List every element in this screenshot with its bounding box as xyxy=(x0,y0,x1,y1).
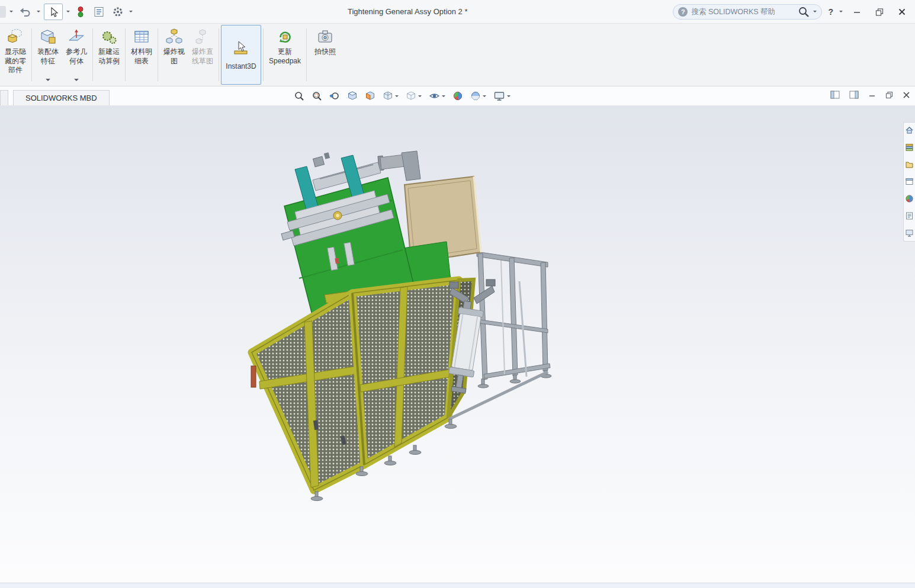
folder-icon xyxy=(905,160,914,169)
restore-button[interactable] xyxy=(871,4,888,20)
zoom-to-fit-button[interactable] xyxy=(294,91,304,101)
undo-icon xyxy=(18,5,31,18)
view-orientation-button[interactable] xyxy=(347,91,358,101)
document-window-controls xyxy=(830,86,910,105)
bill-of-materials-icon xyxy=(133,28,150,46)
ribbon-button-instant3d[interactable]: Instant3D xyxy=(221,25,261,85)
home-tab[interactable] xyxy=(905,125,914,134)
undo-button[interactable] xyxy=(17,4,33,20)
zoom-to-area-button[interactable] xyxy=(312,91,322,101)
caret-down-icon[interactable] xyxy=(839,11,843,12)
view-palette-tab[interactable] xyxy=(905,176,914,186)
appearances-sphere-icon xyxy=(905,194,914,203)
display-style-icon xyxy=(383,91,393,101)
clipped-tab[interactable] xyxy=(0,90,8,105)
macro-record-button[interactable] xyxy=(73,4,88,20)
cad-model-assembly[interactable] xyxy=(225,142,569,521)
show-hidden-components-icon xyxy=(7,28,24,46)
collapse-right-pane-button[interactable] xyxy=(849,91,859,101)
ribbon-separator xyxy=(263,28,264,81)
clipped-toolbar-icon[interactable] xyxy=(0,6,6,18)
ribbon-button-exploded-view[interactable]: 爆炸视 图 xyxy=(160,25,188,85)
hide-show-items-button[interactable] xyxy=(406,91,422,101)
forum-monitor-icon xyxy=(905,229,914,237)
ribbon-button-label: 参考几 何体 xyxy=(66,47,87,66)
quick-access-toolbar xyxy=(0,4,142,20)
command-manager-tab-row: SOLIDWORKS MBD xyxy=(0,86,915,105)
zoom-to-fit-icon xyxy=(294,91,304,101)
notes-list-icon xyxy=(93,6,105,18)
status-bar xyxy=(0,583,915,588)
caret-down-icon[interactable] xyxy=(46,79,50,81)
caret-down-icon[interactable] xyxy=(74,79,79,81)
file-explorer-tab[interactable] xyxy=(905,159,914,169)
edit-appearance-button[interactable] xyxy=(452,91,463,101)
design-library-tab[interactable] xyxy=(905,142,914,152)
forum-tab[interactable] xyxy=(905,228,914,237)
search-icon[interactable] xyxy=(798,6,810,18)
tab-solidworks-mbd[interactable]: SOLIDWORKS MBD xyxy=(13,90,110,105)
ribbon-separator xyxy=(125,28,126,81)
section-view-button[interactable] xyxy=(365,91,375,101)
caret-down-icon[interactable] xyxy=(129,11,133,12)
task-pane-tabs xyxy=(903,122,915,242)
solidworks-window: Tightening General Assy Option 2 * ? ? xyxy=(0,0,915,588)
previous-view-button[interactable] xyxy=(329,91,340,101)
caret-down-icon[interactable] xyxy=(418,95,422,97)
ribbon-button-show-hidden-components[interactable]: 显示隐 藏的零 部件 xyxy=(1,25,30,85)
minimize-button[interactable] xyxy=(849,4,865,20)
view-palette-icon xyxy=(905,177,914,186)
ribbon-button-label: 新建运 动算例 xyxy=(98,47,120,66)
custom-properties-tab[interactable] xyxy=(905,211,914,220)
doc-minimize-button[interactable] xyxy=(868,91,876,101)
view-settings-button[interactable] xyxy=(493,91,511,101)
support-frame[interactable] xyxy=(477,252,550,380)
search-scope-caret-icon[interactable] xyxy=(813,11,817,12)
ribbon-button-new-motion-study[interactable]: 新建运 动算例 xyxy=(95,25,123,85)
caret-down-icon[interactable] xyxy=(66,11,70,12)
collapse-left-pane-button[interactable] xyxy=(830,91,840,101)
caret-down-icon[interactable] xyxy=(483,95,486,97)
settings-button[interactable] xyxy=(110,4,126,20)
appearance-ball-icon xyxy=(452,91,463,101)
ribbon-button-label: 爆炸视 图 xyxy=(163,47,185,66)
ribbon-button-update-speedpak[interactable]: 更新 Speedpak xyxy=(265,25,304,85)
caret-down-icon[interactable] xyxy=(507,95,511,97)
apply-scene-button[interactable] xyxy=(470,91,486,101)
caret-down-icon[interactable] xyxy=(9,11,13,12)
ribbon-button-take-snapshot[interactable]: 拍快照 xyxy=(309,25,342,85)
cable-duct[interactable] xyxy=(378,151,420,181)
ribbon-button-reference-geometry[interactable]: 参考几 何体 xyxy=(62,25,91,85)
ribbon-button-bill-of-materials[interactable]: 材料明 细表 xyxy=(127,25,156,85)
appearances-scenes-tab[interactable] xyxy=(905,194,914,203)
doc-close-button[interactable] xyxy=(903,91,910,101)
caret-down-icon[interactable] xyxy=(37,11,40,12)
doc-restore-button[interactable] xyxy=(885,91,893,101)
ribbon-button-assembly-features[interactable]: 装配体 特征 xyxy=(34,25,62,85)
caret-down-icon[interactable] xyxy=(442,95,445,97)
exploded-view-icon xyxy=(165,28,183,46)
previous-view-icon xyxy=(329,91,340,101)
graphics-area[interactable] xyxy=(0,105,915,583)
search-box[interactable]: ? xyxy=(673,4,822,20)
ribbon-button-label: 更新 Speedpak xyxy=(269,47,301,66)
close-icon xyxy=(903,91,910,99)
transparent-cube-icon xyxy=(406,91,416,101)
cage-left-wing[interactable] xyxy=(251,293,364,490)
visibility-button[interactable] xyxy=(429,91,445,101)
help-menu-button[interactable]: ? xyxy=(828,7,833,17)
select-tool-button[interactable] xyxy=(44,4,63,20)
pane-right-icon xyxy=(849,91,859,99)
caret-down-icon[interactable] xyxy=(395,95,399,97)
instant3d-icon xyxy=(232,40,250,57)
window-title: Tightening General Assy Option 2 * xyxy=(142,7,673,16)
scene-ball-icon xyxy=(470,91,481,101)
display-style-button[interactable] xyxy=(383,91,399,101)
search-input[interactable] xyxy=(691,8,794,16)
notes-list-button[interactable] xyxy=(91,4,107,20)
ribbon-separator xyxy=(92,28,93,81)
select-cursor-icon xyxy=(47,6,59,18)
gear-icon xyxy=(112,6,124,18)
close-button[interactable] xyxy=(894,4,910,20)
ribbon-button-label: Instant3D xyxy=(226,62,256,72)
